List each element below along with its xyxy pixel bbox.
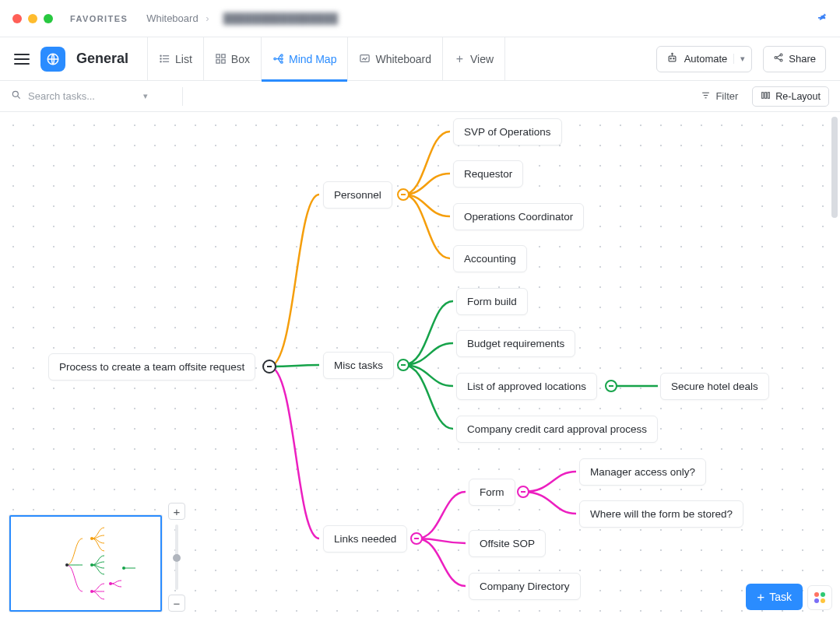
apps-grid-icon: [814, 592, 825, 603]
mindmap-node-hotel-deals[interactable]: Secure hotel deals: [660, 373, 769, 400]
svg-point-39: [109, 582, 112, 585]
mindmap-node-form-stored[interactable]: Where will the form be stored?: [579, 500, 743, 528]
automate-label: Automate: [684, 53, 728, 65]
pin-icon[interactable]: [817, 12, 828, 25]
mindmap-node-requestor[interactable]: Requestor: [453, 160, 523, 188]
share-label: Share: [789, 53, 816, 65]
mindmap-node-misc[interactable]: Misc tasks: [323, 352, 394, 379]
window-controls[interactable]: [12, 14, 53, 23]
svg-point-34: [65, 563, 69, 567]
zoom-controls: + −: [168, 503, 185, 612]
collapse-handle-locations[interactable]: [605, 380, 617, 392]
svg-point-26: [12, 91, 18, 96]
minus-icon: −: [174, 597, 181, 610]
mindmap-node-manager-access[interactable]: Manager access only?: [579, 458, 706, 486]
list-icon: [159, 53, 170, 65]
node-label: Operations Coordinator: [464, 211, 573, 223]
svg-line-24: [777, 55, 781, 57]
node-label: Where will the form be stored?: [590, 508, 733, 520]
svg-point-6: [160, 61, 161, 62]
new-task-button[interactable]: + Task: [746, 584, 803, 610]
vertical-scrollbar[interactable]: [831, 112, 838, 621]
collapse-handle-links[interactable]: [410, 532, 423, 545]
hamburger-menu-icon[interactable]: [14, 54, 30, 65]
node-label: Links needed: [334, 533, 396, 545]
box-icon: [215, 53, 227, 65]
plus-icon: +: [757, 591, 764, 604]
mindmap-node-links[interactable]: Links needed: [323, 525, 407, 553]
tab-whiteboard[interactable]: Whiteboard: [347, 37, 442, 81]
tab-box[interactable]: Box: [203, 37, 261, 81]
add-view-label: View: [470, 53, 494, 65]
zoom-in-button[interactable]: +: [168, 503, 185, 520]
tab-list[interactable]: List: [147, 37, 203, 81]
plus-icon: +: [454, 53, 466, 65]
breadcrumb-current: ████████████████: [223, 12, 338, 24]
space-icon[interactable]: [40, 47, 65, 72]
svg-rect-7: [216, 54, 220, 58]
filter-label: Filter: [715, 90, 738, 102]
automate-button[interactable]: Automate ▾: [656, 46, 753, 72]
mindmap-node-budget[interactable]: Budget requirements: [456, 330, 575, 357]
minimize-window-icon[interactable]: [28, 14, 37, 23]
mindmap-node-form[interactable]: Form: [469, 479, 515, 506]
maximize-window-icon[interactable]: [44, 14, 53, 23]
mindmap-node-approved-locations[interactable]: List of approved locations: [456, 373, 597, 400]
chevron-down-icon[interactable]: ▾: [733, 54, 745, 64]
mindmap-node-accounting[interactable]: Accounting: [453, 245, 527, 272]
zoom-slider-thumb[interactable]: [173, 554, 181, 562]
filter-button[interactable]: Filter: [694, 87, 744, 106]
collapse-handle-misc[interactable]: [397, 359, 409, 371]
mindmap-node-formbuild[interactable]: Form build: [456, 288, 528, 315]
breadcrumb-whiteboard[interactable]: Whiteboard: [146, 12, 209, 24]
tab-list-label: List: [175, 53, 192, 65]
mindmap-icon: [272, 53, 284, 65]
svg-rect-32: [765, 92, 767, 98]
node-label: Company credit card approval process: [467, 423, 647, 435]
mindmap-canvas[interactable]: Process to create a team offsite request…: [0, 112, 840, 621]
svg-line-25: [777, 58, 781, 60]
svg-rect-33: [768, 92, 770, 98]
svg-point-35: [90, 537, 93, 540]
svg-point-18: [673, 58, 673, 58]
collapse-handle-personnel[interactable]: [397, 188, 409, 201]
share-button[interactable]: Share: [763, 46, 826, 72]
search-input[interactable]: [28, 90, 137, 102]
mindmap-root-node[interactable]: Process to create a team offsite request: [48, 353, 255, 381]
node-label: Secure hotel deals: [671, 381, 758, 392]
svg-point-20: [672, 53, 673, 54]
minimap[interactable]: [9, 515, 162, 612]
svg-point-4: [160, 55, 161, 56]
mindmap-node-offsite-sop[interactable]: Offsite SOP: [469, 530, 546, 557]
node-label: Form build: [467, 296, 517, 307]
add-view-button[interactable]: + View: [442, 37, 505, 81]
node-label: Form: [480, 486, 504, 498]
collapse-handle-root[interactable]: [262, 360, 276, 374]
space-title[interactable]: General: [76, 51, 128, 67]
scrollbar-thumb[interactable]: [831, 117, 838, 218]
close-window-icon[interactable]: [12, 14, 22, 23]
svg-point-12: [281, 54, 283, 57]
mindmap-node-personnel[interactable]: Personnel: [323, 181, 392, 209]
tab-mindmap-label: Mind Map: [289, 53, 336, 65]
mindmap-node-svp[interactable]: SVP of Operations: [453, 118, 562, 146]
apps-button[interactable]: [807, 585, 832, 610]
favorites-label[interactable]: FAVORITES: [70, 14, 128, 23]
chevron-down-icon[interactable]: ▾: [143, 91, 148, 101]
node-label: SVP of Operations: [464, 126, 551, 138]
tab-box-label: Box: [231, 53, 250, 65]
svg-point-36: [90, 563, 93, 567]
collapse-handle-form[interactable]: [517, 486, 529, 498]
relayout-button[interactable]: Re-Layout: [752, 86, 829, 107]
zoom-out-button[interactable]: −: [168, 595, 185, 612]
tab-mindmap[interactable]: Mind Map: [261, 37, 347, 81]
zoom-slider-track[interactable]: [175, 525, 178, 590]
mindmap-node-ops-coord[interactable]: Operations Coordinator: [453, 203, 584, 230]
search-box[interactable]: ▾: [11, 89, 174, 103]
svg-line-27: [17, 96, 19, 98]
svg-rect-15: [360, 55, 369, 62]
mindmap-node-company-directory[interactable]: Company Directory: [469, 573, 581, 600]
svg-point-38: [90, 590, 93, 593]
whiteboard-icon: [359, 53, 371, 65]
mindmap-node-credit-card[interactable]: Company credit card approval process: [456, 416, 658, 443]
